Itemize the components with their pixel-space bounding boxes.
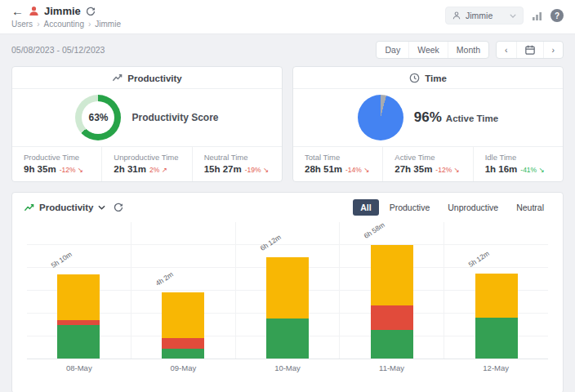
stat-delta: 2% ↗ [149, 166, 167, 174]
bar-segment-productive[interactable] [57, 325, 100, 359]
trend-up-icon [24, 203, 34, 213]
breadcrumb-separator: › [88, 20, 91, 29]
stat-value: 15h 27m [204, 164, 242, 174]
chart-refresh-icon[interactable] [114, 203, 123, 212]
stat-delta: -12% ↘ [435, 166, 459, 174]
trend-arrow-icon: ↘ [363, 166, 369, 174]
stat-label: Neutral Time [204, 153, 282, 162]
x-axis-label: 08-May [27, 363, 131, 372]
bar-segment-unproductive[interactable] [371, 305, 413, 330]
activity-chart-icon[interactable] [532, 11, 542, 21]
breadcrumb-users[interactable]: Users [11, 20, 33, 29]
stacked-bar-12-may[interactable] [475, 274, 518, 359]
user-avatar-icon [29, 6, 39, 16]
bar-segment-productive[interactable] [371, 330, 413, 359]
stat-delta: -12% ↘ [60, 166, 83, 174]
stacked-bar-08-may[interactable] [57, 274, 100, 359]
bar-segment-productive[interactable] [162, 349, 204, 359]
bar-segment-neutral[interactable] [57, 274, 100, 320]
time-card-title: Time [425, 74, 447, 83]
refresh-icon[interactable] [86, 7, 96, 16]
trend-arrow-icon: ↘ [78, 166, 83, 174]
stat-label: Unproductive Time [114, 153, 191, 162]
view-week-button[interactable]: Week [408, 42, 448, 58]
user-select-value: Jimmie [466, 11, 505, 20]
stacked-bar-09-may[interactable] [162, 292, 204, 359]
view-day-button[interactable]: Day [377, 42, 408, 58]
breadcrumb-separator: › [37, 20, 39, 29]
stat-delta: -19% ↘ [245, 166, 269, 174]
stat-value: 2h 31m [114, 164, 146, 174]
trend-arrow-icon: ↘ [454, 166, 460, 174]
bar-total-label: 6h 58m [363, 220, 386, 240]
calendar-button[interactable] [516, 42, 543, 58]
bar-segment-neutral[interactable] [371, 245, 413, 305]
user-select[interactable]: Jimmie [445, 7, 524, 24]
date-pager: ‹ › [496, 41, 564, 59]
tab-all[interactable]: All [353, 199, 378, 216]
chart-filter-tabs: All Productive Unproductive Neutral [353, 199, 551, 216]
chart-column: 5h 12m [444, 222, 548, 359]
stat-unproductive-time: Unproductive Time 2h 31m 2% ↗ [101, 147, 191, 181]
tab-unproductive[interactable]: Unproductive [440, 199, 506, 216]
stat-delta: -14% ↘ [345, 166, 369, 174]
stat-productive-time: Productive Time 9h 35m -12% ↘ [12, 147, 101, 181]
x-axis-label: 11-May [340, 363, 444, 372]
chart-plot: 5h 10m4h 2m6h 12m6h 58m5h 12m [27, 222, 548, 359]
productivity-stats: Productive Time 9h 35m -12% ↘ Unproducti… [12, 146, 282, 181]
chart-column: 6h 12m [235, 222, 340, 359]
bar-segment-neutral[interactable] [475, 274, 518, 318]
help-icon[interactable]: ? [550, 9, 564, 22]
main-content: 05/08/2023 - 05/12/2023 Day Week Month ‹… [0, 34, 575, 392]
view-switcher: Day Week Month [376, 41, 489, 59]
bar-segment-productive[interactable] [475, 318, 518, 359]
bar-total-label: 4h 2m [154, 270, 174, 287]
calendar-icon [525, 45, 535, 55]
stat-active-time: Active Time 27h 35m -12% ↘ [382, 147, 472, 181]
stat-label: Total Time [305, 153, 382, 162]
chevron-down-icon [510, 14, 516, 18]
breadcrumb-jimmie[interactable]: Jimmie [95, 20, 121, 29]
stacked-bar-11-may[interactable] [371, 245, 413, 359]
breadcrumb-accounting[interactable]: Accounting [43, 20, 83, 29]
productivity-card-title: Productivity [127, 74, 181, 83]
x-axis-label: 09-May [131, 363, 236, 372]
clock-icon [409, 73, 420, 83]
productivity-card: Productivity 63% Productivity Score Prod… [11, 66, 283, 182]
tab-neutral[interactable]: Neutral [509, 199, 551, 216]
stat-value: 28h 51m [305, 164, 342, 174]
chart-column: 6h 58m [339, 222, 444, 359]
x-axis-label: 12-May [444, 363, 548, 372]
productivity-chart-card: Productivity All Productive Unproductive… [11, 192, 564, 392]
bar-segment-neutral[interactable] [162, 292, 204, 338]
tab-productive[interactable]: Productive [382, 199, 438, 216]
bar-segment-productive[interactable] [266, 318, 309, 359]
active-time-percent: 96% [414, 109, 442, 126]
active-time-pie [358, 95, 403, 140]
stat-value: 1h 16m [485, 164, 518, 174]
time-card: Time 96% Active Time Total Time 28h 51m … [292, 66, 564, 182]
stat-label: Idle Time [485, 153, 563, 162]
stat-value: 9h 35m [24, 164, 56, 174]
next-date-button[interactable]: › [543, 42, 564, 58]
bar-segment-neutral[interactable] [266, 257, 309, 318]
chart-metric-select[interactable]: Productivity [24, 203, 105, 213]
stat-idle-time: Idle Time 1h 16m -41% ↘ [473, 147, 563, 181]
stat-value: 27h 35m [394, 164, 432, 174]
productivity-donut: 63% [75, 95, 121, 140]
stat-label: Active Time [394, 153, 472, 162]
productivity-score-value: 63% [82, 101, 114, 134]
chart-metric-label: Productivity [39, 203, 93, 212]
stacked-bar-10-may[interactable] [266, 257, 309, 359]
view-month-button[interactable]: Month [448, 42, 488, 58]
stat-label: Productive Time [24, 153, 101, 162]
back-icon[interactable]: ← [11, 5, 24, 17]
person-icon [452, 11, 461, 20]
time-stats: Total Time 28h 51m -14% ↘ Active Time 27… [293, 146, 563, 181]
stat-neutral-time: Neutral Time 15h 27m -19% ↘ [192, 147, 282, 181]
stat-total-time: Total Time 28h 51m -14% ↘ [293, 147, 382, 181]
bar-segment-unproductive[interactable] [162, 338, 204, 349]
prev-date-button[interactable]: ‹ [497, 42, 516, 58]
trend-arrow-icon: ↘ [263, 166, 269, 174]
productivity-score-label: Productivity Score [131, 112, 218, 123]
